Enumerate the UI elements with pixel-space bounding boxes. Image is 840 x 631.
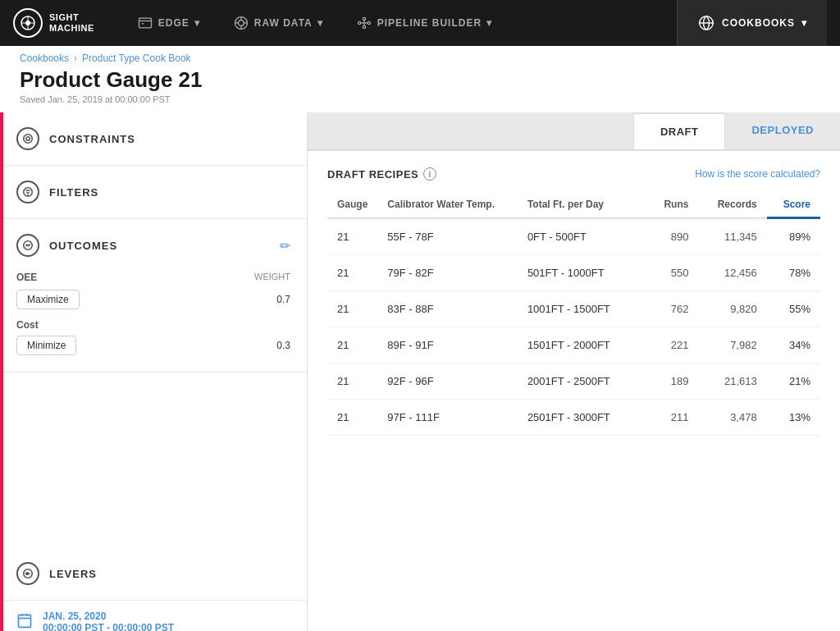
svg-point-8 [239,21,244,26]
info-icon[interactable]: i [423,167,436,181]
filters-section: FILTERS [0,166,307,219]
breadcrumb-current: Product Type Cook Book [82,53,191,64]
cost-weight-value: 0.3 [276,340,290,351]
right-panel: DRAFT DEPLOYED DRAFT RECIPES i How is th… [308,112,840,631]
cell-ft: 1501FT - 2000FT [518,327,641,364]
cell-score: 55% [767,291,820,327]
draft-recipes-title: DRAFT RECIPES i [327,167,436,181]
cell-records: 9,820 [698,291,766,327]
table-row: 21 83F - 88F 1001FT - 1500FT 762 9,820 5… [327,291,820,327]
calendar-icon [16,612,33,632]
outcomes-title: OUTCOMES [49,240,117,252]
svg-point-14 [363,17,365,20]
cell-ft: 1001FT - 1500FT [518,291,641,327]
nav-item-edge[interactable]: EDGE ▾ [121,0,217,46]
breadcrumb-parent[interactable]: Cookbooks [20,53,69,64]
cell-records: 11,345 [698,218,766,255]
svg-point-13 [358,21,360,24]
svg-point-30 [26,573,29,575]
main-container: CONSTRAINTS FILTERS [0,112,840,631]
date-row[interactable]: JAN. 25, 2020 00:00:00 PST - 00:00:00 PS… [0,601,307,631]
col-header-runs: Runs [641,192,698,218]
table-row: 21 89F - 91F 1501FT - 2000FT 221 7,982 3… [327,327,820,364]
table-area: DRAFT RECIPES i How is the score calcula… [308,151,840,631]
constraints-header[interactable]: CONSTRAINTS [0,112,307,165]
cell-water: 97F - 111F [377,400,518,436]
tab-draft[interactable]: DRAFT [633,112,726,149]
cell-gauge: 21 [327,218,377,255]
cell-water: 92F - 96F [377,364,518,400]
outcomes-edit-icon[interactable]: ✏ [280,238,290,254]
table-row: 21 79F - 82F 501FT - 1000FT 550 12,456 7… [327,255,820,291]
constraints-icon [16,127,39,150]
svg-rect-31 [19,615,31,627]
cell-ft: 501FT - 1000FT [518,255,641,291]
top-nav: SIGHT MACHINE EDGE ▾ RAW DATA ▾ [0,0,840,46]
outcomes-icon [16,234,39,257]
cost-minimize-button[interactable]: Minimize [16,336,76,355]
oee-row: OEE WEIGHT [16,272,290,283]
tabs-bar: DRAFT DEPLOYED [308,112,840,151]
edge-chevron-icon: ▾ [194,17,200,29]
levers-icon [16,562,39,585]
logo-text: SIGHT MACHINE [49,12,94,34]
outcomes-section: OUTCOMES ✏ OEE WEIGHT Maximize 0.7 Cost … [0,219,307,373]
cell-ft: 0FT - 500FT [518,218,641,255]
oee-weight-value: 0.7 [276,294,290,305]
page-header: Cookbooks › Product Type Cook Book Produ… [0,46,840,112]
svg-point-16 [368,21,370,24]
nav-cookbooks[interactable]: COOKBOOKS ▾ [677,0,827,46]
cell-runs: 211 [641,400,698,436]
outcomes-header[interactable]: OUTCOMES ✏ [0,219,307,272]
levers-title: LEVERS [49,568,97,580]
cell-runs: 890 [641,218,698,255]
nav-item-pipeline-builder[interactable]: PIPELINE BUILDER ▾ [340,0,509,46]
data-table: Gauge Calibrator Water Temp. Total Ft. p… [327,192,820,436]
table-header: Gauge Calibrator Water Temp. Total Ft. p… [327,192,820,218]
cell-gauge: 21 [327,327,377,364]
svg-point-21 [24,135,33,144]
table-row: 21 92F - 96F 2001FT - 2500FT 189 21,613 … [327,364,820,400]
cell-water: 55F - 78F [377,218,518,255]
cell-runs: 550 [641,255,698,291]
filters-header[interactable]: FILTERS [0,166,307,218]
cell-water: 89F - 91F [377,327,518,364]
cell-runs: 189 [641,364,698,400]
date-text: JAN. 25, 2020 00:00:00 PST - 00:00:00 PS… [43,610,174,631]
cell-gauge: 21 [327,291,377,327]
svg-point-22 [26,137,30,140]
tab-deployed[interactable]: DEPLOYED [725,112,840,149]
levers-section: LEVERS [0,547,307,601]
score-link[interactable]: How is the score calculated? [695,168,820,180]
levers-header[interactable]: LEVERS [0,547,307,600]
nav-items: EDGE ▾ RAW DATA ▾ PI [121,0,677,46]
cell-score: 78% [767,255,820,291]
table-row: 21 55F - 78F 0FT - 500FT 890 11,345 89% [327,218,820,255]
cell-score: 13% [767,400,820,436]
nav-item-raw-data[interactable]: RAW DATA ▾ [217,0,340,46]
panel-spacer [0,373,307,547]
oee-maximize-button[interactable]: Maximize [16,290,80,309]
filters-title: FILTERS [49,186,98,199]
logo-icon [13,8,43,38]
logo[interactable]: SIGHT MACHINE [13,8,94,38]
cell-ft: 2501FT - 3000FT [518,400,641,436]
col-header-records: Records [698,192,766,218]
cell-score: 21% [767,364,820,400]
oee-weight-label: WEIGHT [254,272,290,281]
cell-water: 79F - 82F [377,255,518,291]
col-header-ft: Total Ft. per Day [518,192,641,218]
cell-records: 12,456 [698,255,766,291]
constraints-title: CONSTRAINTS [49,133,135,145]
cell-score: 34% [767,327,820,364]
cell-records: 3,478 [698,400,766,436]
col-header-water: Calibrator Water Temp. [377,192,518,218]
page-subtitle: Saved Jan. 25, 2019 at 00:00:00 PST [20,94,820,112]
cell-score: 89% [767,218,820,255]
table-row: 21 97F - 111F 2501FT - 3000FT 211 3,478 … [327,400,820,436]
oee-label: OEE [16,272,37,283]
cell-ft: 2001FT - 2500FT [518,364,641,400]
breadcrumb: Cookbooks › Product Type Cook Book [20,53,820,64]
breadcrumb-separator: › [74,53,77,64]
svg-rect-4 [139,18,151,28]
